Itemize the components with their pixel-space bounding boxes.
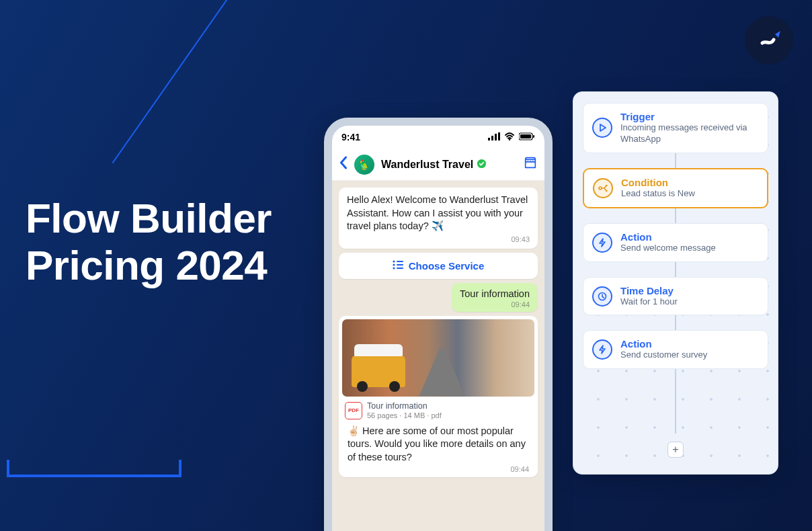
play-icon	[592, 118, 612, 138]
svg-point-9	[393, 260, 395, 262]
flow-step-action[interactable]: Action Send welcome message	[583, 223, 768, 262]
list-icon	[393, 260, 403, 272]
flow-builder-panel: Trigger Incoming messages received via W…	[573, 91, 778, 475]
decorative-frame	[7, 460, 181, 477]
page-title: Flow Builder Pricing 2024	[26, 195, 272, 289]
step-title: Condition	[621, 177, 695, 188]
status-time: 9:41	[341, 132, 360, 142]
step-description: Incoming messages received via WhatsApp	[620, 122, 759, 145]
flow-step-condition[interactable]: Condition Lead status is New	[583, 168, 768, 208]
bolt-icon	[592, 339, 612, 360]
file-name: Tour information	[367, 401, 442, 411]
headline-line2: Pricing 2024	[26, 242, 267, 288]
bot-message-media: PDF Tour information 56 pages · 14 MB · …	[339, 316, 538, 478]
avatar[interactable]: 🦜	[354, 155, 374, 175]
user-reply: Tour information 09:44	[452, 283, 538, 312]
svg-rect-1	[491, 136, 493, 140]
svg-rect-7	[533, 135, 534, 138]
svg-rect-6	[520, 134, 531, 138]
step-title: Time Delay	[620, 285, 678, 296]
shop-icon[interactable]	[523, 155, 538, 173]
svg-rect-2	[495, 134, 497, 140]
flow-step-delay[interactable]: Time Delay Wait for 1 hour	[583, 277, 768, 316]
signal-icon	[488, 132, 500, 142]
branch-icon	[593, 178, 613, 198]
svg-point-17	[606, 190, 607, 192]
svg-point-13	[393, 267, 395, 269]
choose-service-button[interactable]: Choose Service	[339, 253, 538, 279]
step-description: Lead status is New	[621, 188, 695, 200]
step-title: Action	[620, 338, 707, 350]
add-step-button[interactable]: +	[667, 442, 684, 458]
status-bar: 9:41	[332, 126, 544, 149]
step-description: Wait for 1 hour	[620, 296, 678, 308]
step-description: Send customer survey	[620, 350, 707, 361]
bot-message-welcome: Hello Alex! Welcome to Wanderlust Travel…	[339, 188, 538, 249]
svg-rect-0	[488, 138, 490, 140]
chat-header: 🦜 Wanderlust Travel	[332, 149, 544, 181]
clock-icon	[592, 286, 612, 307]
step-description: Send welcome message	[620, 243, 716, 254]
file-attachment[interactable]: PDF Tour information 56 pages · 14 MB · …	[342, 397, 534, 423]
step-title: Trigger	[620, 111, 759, 122]
bot-message-text: ✌🏻 Here are some of our most popular tou…	[342, 423, 534, 464]
pdf-icon: PDF	[345, 402, 362, 419]
message-time: 09:44	[342, 464, 534, 473]
verified-icon	[477, 159, 487, 171]
brand-logo	[745, 16, 793, 65]
message-time: 09:44	[460, 300, 530, 309]
message-time: 09:43	[347, 235, 530, 245]
status-icons	[488, 132, 535, 142]
battery-icon	[519, 132, 535, 142]
bolt-icon	[592, 233, 612, 253]
svg-rect-10	[397, 261, 403, 262]
flow-step-trigger[interactable]: Trigger Incoming messages received via W…	[583, 103, 768, 153]
tour-image	[342, 319, 534, 397]
headline-line1: Flow Builder	[26, 195, 272, 241]
svg-rect-14	[397, 268, 403, 269]
chat-title: Wanderlust Travel	[381, 159, 516, 171]
phone-mockup: 9:41 🦜 Wanderlust Travel	[324, 118, 553, 531]
svg-point-16	[606, 185, 607, 186]
decorative-line-top	[112, 0, 236, 163]
file-meta: 56 pages · 14 MB · pdf	[367, 411, 442, 420]
step-title: Action	[620, 231, 716, 243]
wifi-icon	[504, 132, 515, 142]
svg-point-11	[393, 263, 395, 266]
chat-body: Hello Alex! Welcome to Wanderlust Travel…	[332, 181, 544, 531]
svg-point-4	[509, 138, 510, 140]
svg-rect-3	[498, 132, 500, 140]
svg-rect-12	[397, 264, 403, 266]
flow-step-action[interactable]: Action Send customer survey	[583, 330, 768, 369]
back-icon[interactable]	[339, 156, 348, 173]
